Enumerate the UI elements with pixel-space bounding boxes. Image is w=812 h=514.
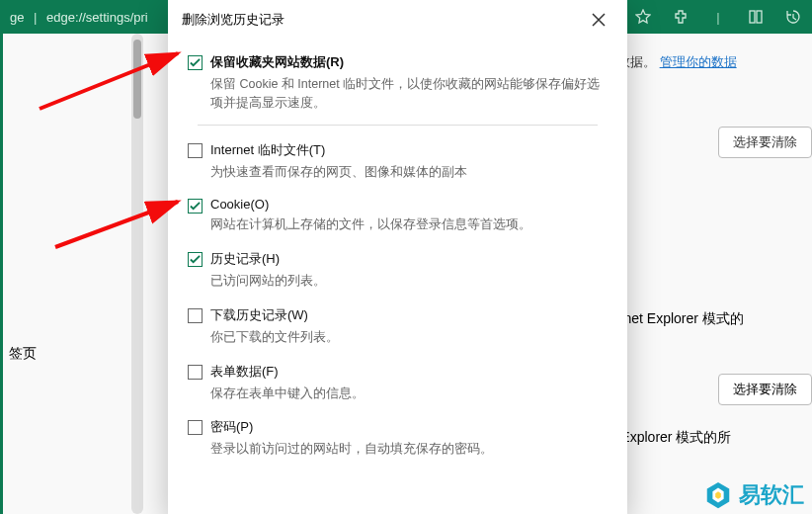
option-cookies: Cookie(O) 网站在计算机上存储的文件，以保存登录信息等首选项。: [188, 189, 608, 242]
dialog-title: 删除浏览历史记录: [182, 11, 584, 29]
option-form-data: 表单数据(F) 保存在表单中键入的信息。: [188, 355, 608, 411]
extensions-icon[interactable]: [672, 8, 690, 26]
history-icon[interactable]: [784, 8, 802, 26]
watermark: 易软汇: [703, 480, 804, 510]
svg-rect-1: [757, 11, 762, 23]
url-text: edge://settings/pri: [46, 10, 148, 25]
option-label: 历史记录(H): [210, 250, 608, 268]
close-icon: [592, 13, 606, 27]
divider-icon: |: [709, 8, 727, 26]
checkbox-keep-favorites[interactable]: [188, 55, 203, 70]
option-label: Cookie(O): [210, 197, 608, 212]
option-keep-favorites: 保留收藏夹网站数据(R) 保留 Cookie 和 Internet 临时文件，以…: [188, 45, 608, 121]
option-desc: 已访问网站的列表。: [210, 272, 608, 291]
option-passwords: 密码(P) 登录以前访问过的网站时，自动填充保存的密码。: [188, 410, 608, 467]
dialog-body: 保留收藏夹网站数据(R) 保留 Cookie 和 Internet 临时文件，以…: [168, 40, 627, 472]
scrollbar-thumb[interactable]: [133, 40, 141, 119]
option-desc: 为快速查看而保存的网页、图像和媒体的副本: [210, 163, 608, 182]
divider: [198, 125, 598, 126]
toolbar-right: 0.40 |: [597, 0, 802, 34]
choose-clear-button-1[interactable]: 选择要清除: [718, 127, 812, 158]
svg-rect-0: [750, 11, 755, 23]
option-desc: 保存在表单中键入的信息。: [210, 385, 608, 403]
option-desc: 你已下载的文件列表。: [210, 328, 608, 347]
sidebar-item-label[interactable]: 签页: [9, 345, 37, 363]
option-label: 保留收藏夹网站数据(R): [210, 53, 608, 71]
app-name: ge: [10, 10, 24, 25]
separator: |: [34, 10, 37, 25]
option-downloads: 下载历史记录(W) 你已下载的文件列表。: [188, 299, 608, 355]
checkbox-form-data[interactable]: [188, 365, 203, 380]
option-desc: 登录以前访问过的网站时，自动填充保存的密码。: [210, 440, 608, 459]
collections-icon[interactable]: [747, 8, 765, 26]
watermark-text: 易软汇: [739, 480, 804, 510]
bg-section-1: 的数据。 管理你的数据 选择要清除: [605, 53, 812, 158]
option-label: 下载历史记录(W): [210, 306, 608, 324]
dialog-header: 删除浏览历史记录: [168, 0, 627, 40]
option-desc: 保留 Cookie 和 Internet 临时文件，以使你收藏的网站能够保存偏好…: [210, 75, 608, 113]
choose-clear-button-2[interactable]: 选择要清除: [718, 374, 812, 405]
delete-history-dialog: 删除浏览历史记录 保留收藏夹网站数据(R) 保留 Cookie 和 Intern…: [168, 0, 627, 514]
checkbox-passwords[interactable]: [188, 420, 203, 435]
address-bar[interactable]: ge | edge://settings/pri: [10, 10, 148, 25]
star-icon[interactable]: [634, 8, 652, 26]
checkbox-history[interactable]: [188, 252, 203, 267]
checkbox-temp-files[interactable]: [188, 143, 203, 158]
checkbox-cookies[interactable]: [188, 199, 203, 214]
option-temp-files: Internet 临时文件(T) 为快速查看而保存的网页、图像和媒体的副本: [188, 133, 608, 190]
option-desc: 网站在计算机上存储的文件，以保存登录信息等首选项。: [210, 215, 608, 234]
scrollbar[interactable]: [131, 34, 143, 514]
watermark-logo-icon: [703, 480, 733, 510]
option-label: 表单数据(F): [210, 363, 608, 381]
close-button[interactable]: [584, 5, 613, 35]
option-label: 密码(P): [210, 418, 608, 436]
manage-data-link[interactable]: 管理你的数据: [660, 54, 737, 69]
option-label: Internet 临时文件(T): [210, 141, 608, 159]
checkbox-downloads[interactable]: [188, 308, 203, 323]
option-history: 历史记录(H) 已访问网站的列表。: [188, 242, 608, 299]
